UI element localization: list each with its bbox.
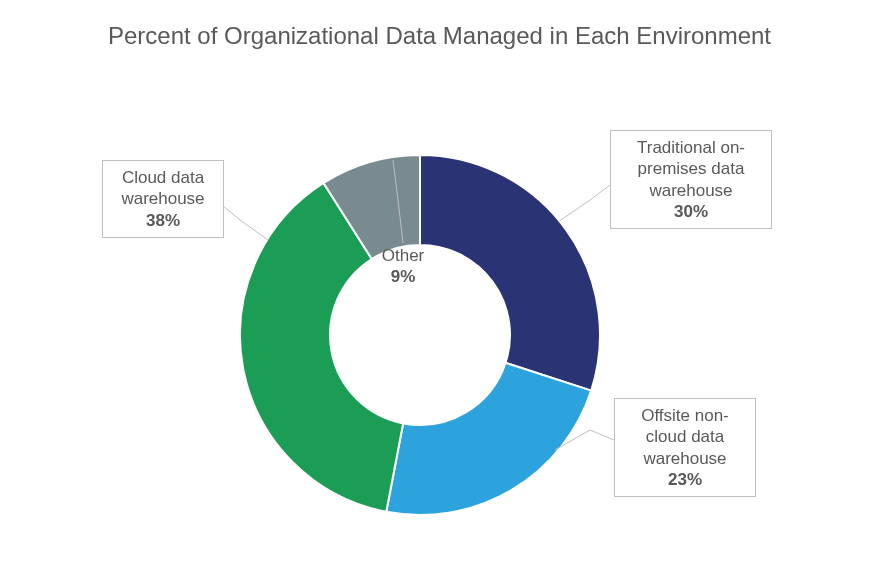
leader-line bbox=[558, 185, 610, 222]
donut-slice bbox=[386, 363, 591, 515]
donut-chart: Traditional on- premises data warehouse … bbox=[0, 0, 879, 585]
label-traditional: Traditional on- premises data warehouse … bbox=[610, 130, 772, 229]
label-pct: 30% bbox=[621, 201, 761, 222]
label-pct: 23% bbox=[625, 469, 745, 490]
label-text: premises data bbox=[638, 159, 745, 178]
label-offsite: Offsite non- cloud data warehouse 23% bbox=[614, 398, 756, 497]
label-text: Other bbox=[382, 246, 425, 265]
label-other: Other 9% bbox=[363, 245, 443, 288]
label-text: Offsite non- bbox=[641, 406, 729, 425]
label-text: warehouse bbox=[643, 449, 726, 468]
label-cloud: Cloud data warehouse 38% bbox=[102, 160, 224, 238]
leader-line bbox=[222, 205, 268, 240]
label-text: warehouse bbox=[649, 181, 732, 200]
label-pct: 9% bbox=[363, 266, 443, 287]
label-text: cloud data bbox=[646, 427, 724, 446]
donut-slice bbox=[420, 155, 600, 391]
label-pct: 38% bbox=[113, 210, 213, 231]
label-text: warehouse bbox=[121, 189, 204, 208]
label-text: Cloud data bbox=[122, 168, 204, 187]
label-text: Traditional on- bbox=[637, 138, 745, 157]
